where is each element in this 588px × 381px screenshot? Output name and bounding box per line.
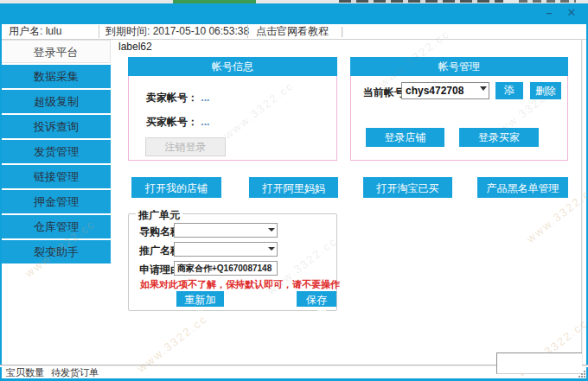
seller-account-label: 卖家帐号： bbox=[146, 92, 198, 104]
sidebar-item-deposit-mgmt[interactable]: 押金管理 bbox=[2, 190, 111, 213]
current-account-dropdown[interactable]: chys472708 bbox=[401, 82, 489, 99]
username-label: 用户名: lulu bbox=[9, 24, 61, 39]
sidebar-item-login-platform[interactable]: 登录平台 bbox=[2, 40, 111, 63]
account-info-panel: 帐号信息 卖家帐号： ... 买家帐号： ... 注销登录 bbox=[128, 57, 337, 161]
buyer-account-label: 买家帐号： bbox=[146, 116, 198, 128]
save-settings-button[interactable]: 保存设置 bbox=[297, 291, 336, 307]
resize-grip[interactable] bbox=[578, 370, 585, 378]
tutorial-link-text: 点击官网看教程 bbox=[256, 25, 329, 37]
label62: label62 bbox=[118, 41, 152, 53]
chevron-down-icon bbox=[268, 247, 275, 251]
background-fragment bbox=[339, 0, 503, 3]
app-window: – ✕ 用户名: lulu 到期时间: 2017-05-10 06:53:38 … bbox=[0, 0, 588, 381]
tutorial-link[interactable]: 点击官网看教程| bbox=[256, 24, 343, 39]
header-bar: 用户名: lulu 到期时间: 2017-05-10 06:53:38 点击官网… bbox=[2, 24, 586, 40]
promo-unit-legend: 推广单元 bbox=[136, 208, 182, 223]
product-blacklist-button[interactable]: 产品黑名单管理 bbox=[477, 177, 568, 198]
sidebar: 登录平台 数据采集 超级复制 投诉查询 发货管理 链接管理 押金管理 仓库管理 … bbox=[2, 40, 112, 265]
header-divider bbox=[247, 25, 248, 38]
item-count-label: 宝贝数量 bbox=[6, 367, 44, 378]
close-icon[interactable]: ✕ bbox=[562, 3, 581, 22]
buyer-account-row: 买家帐号： ... bbox=[146, 115, 209, 130]
pending-orders-label: 待发货订单 bbox=[51, 367, 99, 378]
chevron-down-icon bbox=[480, 86, 487, 91]
reload-button[interactable]: 重新加载 bbox=[176, 291, 224, 307]
main-content: label62 帐号信息 卖家帐号： ... 买家帐号： ... 注销登录 帐号… bbox=[112, 40, 586, 365]
reason-input[interactable] bbox=[174, 261, 278, 276]
sidebar-item-link-mgmt[interactable]: 链接管理 bbox=[2, 165, 111, 188]
buyer-account-value: ... bbox=[201, 116, 209, 128]
expiry-label: 到期时间: 2017-05-10 06:53:38 bbox=[105, 24, 249, 39]
chevron-down-icon bbox=[268, 228, 275, 232]
account-manage-panel-title: 帐号管理 bbox=[350, 57, 568, 76]
title-bar: – ✕ bbox=[0, 3, 588, 24]
open-taobao-bought-button[interactable]: 打开淘宝已买 bbox=[363, 177, 452, 198]
account-info-panel-title: 帐号信息 bbox=[128, 57, 337, 76]
open-alimama-button[interactable]: 打开阿里妈妈 bbox=[249, 177, 338, 198]
sidebar-item-shipping-mgmt[interactable]: 发货管理 bbox=[2, 140, 111, 163]
delete-account-button[interactable]: 删除 bbox=[530, 82, 561, 99]
promo-name-dropdown[interactable] bbox=[174, 242, 278, 257]
sidebar-item-data-collect[interactable]: 数据采集 bbox=[2, 65, 111, 88]
seller-account-value: ... bbox=[201, 92, 209, 104]
floating-list-box bbox=[496, 352, 582, 374]
sidebar-item-super-copy[interactable]: 超级复制 bbox=[2, 90, 111, 113]
sidebar-item-warehouse-mgmt[interactable]: 仓库管理 bbox=[2, 215, 111, 238]
open-my-shop-button[interactable]: 打开我的店铺 bbox=[131, 177, 221, 198]
promo-warning-text: 如果对此项不了解，保持默认即可，请不要操作 bbox=[140, 278, 340, 291]
current-account-value: chys472708 bbox=[406, 85, 463, 97]
logout-button[interactable]: 注销登录 bbox=[145, 137, 226, 156]
seller-account-row: 卖家帐号： ... bbox=[146, 91, 209, 105]
login-buyer-button[interactable]: 登录买家 bbox=[459, 128, 539, 147]
promo-unit-group: 推广单元 导购名称: 推广名称: 申请理由: 如果对此项不了解，保持默认即可，请… bbox=[128, 213, 337, 311]
add-account-button[interactable]: 添加 bbox=[495, 82, 523, 99]
content-right-border bbox=[581, 40, 583, 365]
account-manage-panel: 帐号管理 当前帐号： chys472708 添加 删除 登录店铺 登录买家 bbox=[350, 57, 568, 161]
sidebar-item-fission-helper[interactable]: 裂变助手 bbox=[2, 240, 111, 264]
background-fragment bbox=[519, 0, 576, 3]
header-divider bbox=[99, 25, 99, 38]
login-shop-button[interactable]: 登录店铺 bbox=[366, 128, 444, 147]
guide-name-dropdown[interactable] bbox=[174, 223, 278, 238]
minimize-icon[interactable]: – bbox=[540, 3, 559, 22]
header-separator: | bbox=[341, 25, 343, 37]
sidebar-item-complaint-query[interactable]: 投诉查询 bbox=[2, 115, 111, 138]
